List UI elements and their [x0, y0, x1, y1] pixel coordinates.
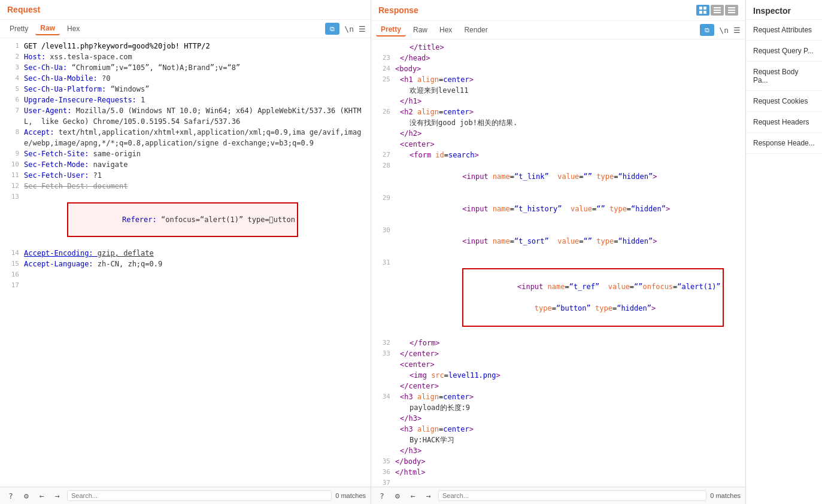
response-line-27: 27 <form id=search>	[371, 150, 745, 160]
request-line-4: 4 Sec-Ch-Ua-Mobile: ?0	[0, 73, 371, 84]
svg-rect-6	[714, 12, 721, 13]
response-line-37: 37	[371, 478, 745, 487]
tab-request-pretty[interactable]: Pretty	[5, 23, 33, 35]
request-line-13: 13 Referer: “onfocus=“alert(1)” type=𠇋ut…	[0, 192, 371, 248]
inspector-request-headers[interactable]: Request Headers	[746, 112, 822, 133]
request-line-12: 12 Sec-Fetch-Dest: document	[0, 181, 371, 192]
request-line-2: 2 Host: xss.tesla-space.com	[0, 51, 371, 62]
view-icon-2[interactable]	[711, 5, 724, 16]
response-line-hack-text: By:HACK学习	[371, 435, 745, 445]
response-line-h3-2-close: </h3>	[371, 445, 745, 456]
forward-icon[interactable]: →	[51, 490, 63, 502]
response-line-34: 34 <h3 align=center>	[371, 391, 745, 402]
response-line-payload-text: payload的长度:9	[371, 402, 745, 413]
response-line-36: 36 </html>	[371, 467, 745, 478]
response-line-28: 28 <input name=“t_link” value=“” type=“h…	[371, 160, 745, 193]
response-line-img: <img src=level11.png>	[371, 370, 745, 381]
response-copy-icon[interactable]: ⧉	[700, 24, 714, 36]
svg-rect-8	[728, 10, 735, 11]
response-line-29: 29 <input name=“t_history” value=“” type…	[371, 193, 745, 225]
response-gear-icon[interactable]: ⚙	[392, 490, 404, 502]
response-search-input[interactable]	[438, 490, 706, 501]
request-line-6: 6 Upgrade-Insecure-Requests: 1	[0, 95, 371, 105]
response-line-h2-close: </h2>	[371, 128, 745, 139]
response-panel-title: Response	[378, 5, 418, 15]
back-icon[interactable]: ←	[36, 490, 48, 502]
inspector-request-cookies[interactable]: Request Cookies	[746, 91, 822, 112]
request-panel-title: Request	[7, 5, 40, 14]
response-line-34-h3-close: </h3>	[371, 413, 745, 424]
request-line-10: 10 Sec-Fetch-Mode: navigate	[0, 159, 371, 170]
svg-rect-3	[703, 11, 706, 14]
request-line-3: 3 Sec-Ch-Ua: “Chromium”;v=“105”, “Not)A;…	[0, 62, 371, 73]
response-bottom-bar: ? ⚙ ← → 0 matches	[371, 487, 745, 504]
copy-icon[interactable]: ⧉	[325, 23, 339, 35]
response-line-center2: <center>	[371, 359, 745, 370]
svg-rect-2	[699, 11, 702, 14]
question-icon[interactable]: ?	[5, 490, 17, 502]
inspector-request-query-params[interactable]: Request Query P...	[746, 41, 822, 62]
view-icon-3[interactable]	[725, 5, 738, 16]
tab-request-raw[interactable]: Raw	[35, 22, 60, 35]
request-line-17: 17	[0, 280, 371, 291]
request-line-8: 8 Accept: text/html,application/xhtml+xm…	[0, 127, 371, 148]
inspector-request-attributes[interactable]: Request Attributes	[746, 20, 822, 41]
response-line-32: 32 </form>	[371, 338, 745, 348]
response-line-h2-text: 没有找到good job!相关的结果.	[371, 117, 745, 128]
response-line-h1-close: </h1>	[371, 96, 745, 107]
response-newline-icon[interactable]: \n	[719, 26, 729, 35]
response-line-25: 25 <h1 align=center>	[371, 74, 745, 85]
inspector-response-headers[interactable]: Response Heade...	[746, 133, 822, 154]
response-line-title-close: </title>	[371, 42, 745, 53]
request-line-1: 1 GET /level11.php?keyword=good%20job! H…	[0, 41, 371, 51]
inspector-request-body-params[interactable]: Request Body Pa...	[746, 62, 822, 91]
svg-rect-1	[703, 7, 706, 10]
response-line-35: 35 </body>	[371, 456, 745, 467]
response-line-h1-text: 欢迎来到level11	[371, 85, 745, 96]
response-question-icon[interactable]: ?	[376, 490, 388, 502]
response-line-33: 33 </center>	[371, 348, 745, 359]
response-line-center2-close: </center>	[371, 381, 745, 391]
tab-response-hex[interactable]: Hex	[435, 24, 457, 36]
request-search-input[interactable]	[67, 490, 332, 501]
tab-response-raw[interactable]: Raw	[408, 24, 432, 36]
request-line-14: 14 Accept-Encoding: gzip, deflate	[0, 248, 371, 259]
view-icon-1[interactable]	[696, 5, 709, 16]
response-forward-icon[interactable]: →	[423, 490, 435, 502]
request-line-16: 16	[0, 269, 371, 280]
view-toggle-icons	[696, 5, 738, 16]
request-line-15: 15 Accept-Language: zh-CN, zh;q=0.9	[0, 259, 371, 269]
svg-rect-7	[728, 7, 735, 8]
response-code-area: </title> 23 </head> 24 <body> 25 <h1 ali…	[371, 40, 745, 487]
response-back-icon[interactable]: ←	[407, 490, 419, 502]
svg-rect-0	[699, 7, 702, 10]
inspector-panel-title: Inspector	[753, 6, 791, 16]
response-line-26: 26 <h2 align=center>	[371, 107, 745, 117]
svg-rect-4	[714, 7, 721, 8]
response-line-24: 24 <body>	[371, 63, 745, 74]
svg-rect-9	[728, 12, 735, 13]
response-line-31: 31 <input name=“t_ref” value=“”onfocus=“…	[371, 257, 745, 338]
request-line-11: 11 Sec-Fetch-User: ?1	[0, 170, 371, 181]
tab-request-hex[interactable]: Hex	[62, 23, 84, 35]
tab-response-render[interactable]: Render	[459, 24, 492, 36]
tab-response-pretty[interactable]: Pretty	[376, 23, 406, 37]
gear-icon[interactable]: ⚙	[20, 490, 32, 502]
request-match-count: 0 matches	[335, 492, 366, 499]
request-code-area: 1 GET /level11.php?keyword=good%20job! H…	[0, 38, 371, 487]
request-line-5: 5 Sec-Ch-Ua-Platform: “Windows”	[0, 84, 371, 95]
response-line-h3-2: <h3 align=center>	[371, 424, 745, 435]
inspector-header: Inspector	[746, 0, 822, 20]
response-match-count: 0 matches	[710, 492, 741, 499]
request-line-9: 9 Sec-Fetch-Site: same-origin	[0, 148, 371, 159]
request-bottom-bar: ? ⚙ ← → 0 matches	[0, 487, 371, 504]
svg-rect-5	[714, 10, 721, 11]
request-line-7: 7 User-Agent: Mozilla/5.0 (Windows NT 10…	[0, 105, 371, 127]
response-line-center1: <center>	[371, 139, 745, 150]
response-line-30: 30 <input name=“t_sort” value=“” type=“h…	[371, 225, 745, 257]
newline-icon[interactable]: \n	[344, 25, 354, 34]
menu-icon[interactable]: ☰	[359, 25, 366, 34]
response-line-23: 23 </head>	[371, 53, 745, 63]
response-menu-icon[interactable]: ☰	[733, 26, 741, 35]
